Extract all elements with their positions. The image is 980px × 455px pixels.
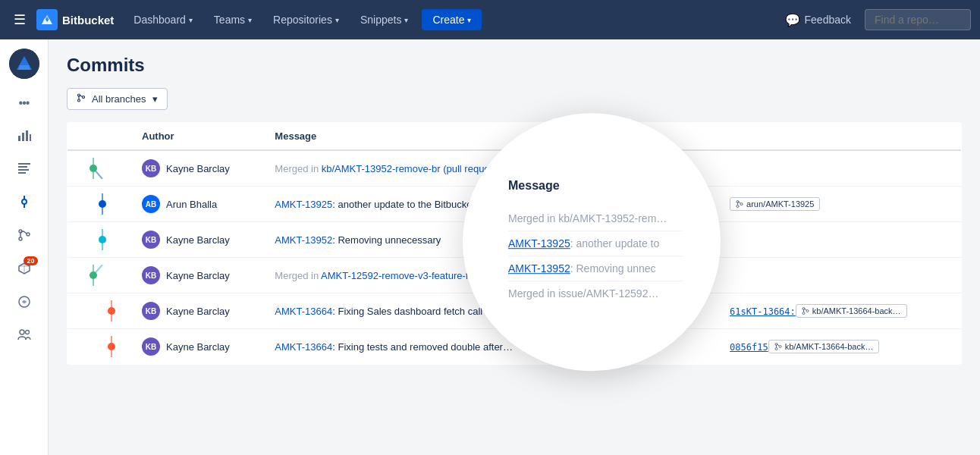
svg-rect-3 (26, 130, 28, 141)
author-cell: KB Kayne Barclay (131, 329, 264, 365)
branches-icon (17, 228, 31, 246)
hamburger-menu[interactable]: ☰ (9, 7, 30, 33)
feedback-button[interactable]: 💬 Feedback (777, 8, 859, 32)
commit-message-link[interactable]: kb/AMKT-13952-remove-br (322, 163, 441, 174)
feedback-icon: 💬 (785, 13, 800, 27)
svg-point-23 (90, 165, 97, 172)
author-name: Kayne Barclay (166, 234, 230, 246)
svg-point-39 (806, 310, 809, 312)
sidebar-item-settings[interactable] (9, 322, 39, 352)
source-icon (17, 162, 31, 179)
svg-point-31 (99, 236, 106, 243)
branch-header (719, 123, 961, 151)
graph-header (68, 123, 132, 151)
svg-point-28 (740, 203, 743, 206)
chevron-down-icon: ▾ (467, 16, 471, 24)
sidebar-item-pipelines[interactable] (9, 288, 39, 318)
commit-message-link[interactable]: AMKT-12592-remove-v3-feature-flag (321, 270, 482, 281)
sidebar-item-branches[interactable] (9, 221, 39, 252)
overlay-commit-link[interactable]: AMKT-13952 (508, 262, 570, 275)
commit-hash[interactable]: 0856f15 (730, 342, 768, 353)
svg-rect-1 (18, 136, 20, 141)
logo-text: Bitbucket (62, 14, 114, 27)
more-icon: ••• (19, 96, 30, 110)
deployments-badge: 20 (24, 256, 37, 265)
svg-rect-2 (22, 133, 24, 141)
commit-hash[interactable]: 61sKT-13664: (730, 306, 796, 317)
pipelines-icon (17, 295, 31, 312)
author-name: Arun Bhalla (166, 199, 217, 210)
svg-point-38 (803, 312, 805, 315)
stats-icon (17, 128, 31, 146)
svg-point-44 (775, 348, 777, 350)
sidebar-item-stats[interactable] (9, 121, 39, 152)
avatar[interactable] (9, 49, 39, 79)
author-cell: KB Kayne Barclay (131, 150, 264, 187)
overlay-header: Message (508, 179, 683, 193)
overlay-row: AMKT-13925: another update to (508, 231, 683, 256)
author-name: Kayne Barclay (166, 163, 230, 174)
svg-point-20 (83, 96, 85, 99)
svg-point-42 (108, 343, 115, 350)
commits-icon (17, 195, 31, 212)
chevron-down-icon: ▾ (404, 16, 408, 24)
branch-cell (719, 222, 961, 258)
author-cell: KB Kayne Barclay (131, 293, 264, 329)
branch-cell (719, 258, 961, 293)
branch-selector-button[interactable]: All branches ▾ (67, 88, 168, 110)
chevron-down-icon: ▾ (189, 16, 193, 24)
author-name: Kayne Barclay (166, 306, 230, 317)
graph-cell (68, 187, 132, 222)
nav-dashboard[interactable]: Dashboard ▾ (126, 9, 200, 30)
svg-point-9 (22, 199, 27, 204)
sidebar-item-commits[interactable] (9, 188, 39, 218)
svg-rect-8 (18, 172, 26, 174)
sidebar-item-more[interactable]: ••• (9, 88, 39, 118)
graph-cell (68, 329, 132, 365)
overlay-row: AMKT-13952: Removing unnec (508, 256, 683, 281)
author-cell: KB Kayne Barclay (131, 222, 264, 258)
commit-message-link[interactable]: AMKT-13925 (275, 199, 332, 210)
svg-point-19 (78, 99, 80, 102)
svg-point-25 (99, 200, 106, 208)
graph-cell (68, 293, 132, 329)
svg-point-16 (20, 330, 24, 334)
create-button[interactable]: Create ▾ (422, 9, 482, 30)
nav-snippets[interactable]: Snippets ▾ (353, 9, 416, 30)
branch-icon (77, 93, 86, 105)
sidebar-item-deployments[interactable]: 20 (9, 255, 39, 285)
branch-selector-label: All branches (92, 93, 146, 105)
branch-cell: 61sKT-13664: kb/AMKT-13664-back… (719, 293, 961, 329)
commit-message-link[interactable]: AMKT-13952 (275, 234, 332, 246)
chevron-down-icon: ▾ (335, 16, 339, 24)
sidebar-item-source[interactable] (9, 155, 39, 185)
svg-point-13 (19, 237, 22, 240)
svg-point-45 (779, 346, 781, 348)
commit-message-link[interactable]: AMKT-13664 (275, 341, 332, 353)
overlay-row: Merged in issue/AMKT-12592… (508, 281, 683, 306)
chevron-down-icon: ▾ (248, 16, 252, 24)
svg-rect-5 (18, 163, 30, 165)
svg-rect-4 (30, 134, 31, 141)
overlay-row: Merged in kb/AMKT-13952-rem… (508, 206, 683, 231)
chevron-down-icon: ▾ (152, 93, 158, 105)
branch-tag: kb/AMKT-13664-back… (768, 340, 880, 353)
graph-cell (68, 150, 132, 187)
svg-point-34 (90, 271, 97, 279)
repo-search-input[interactable] (865, 9, 971, 30)
overlay-commit-link[interactable]: AMKT-13925 (508, 237, 570, 249)
svg-rect-6 (18, 166, 27, 168)
nav-repositories[interactable]: Repositories ▾ (265, 9, 347, 30)
logo[interactable]: Bitbucket (36, 9, 114, 30)
svg-point-36 (108, 307, 115, 315)
author-cell: AB Arun Bhalla (131, 187, 264, 222)
graph-cell (68, 222, 132, 258)
graph-cell (68, 258, 132, 293)
sidebar: ••• (0, 39, 49, 455)
author-header: Author (131, 123, 264, 151)
commit-message-link[interactable]: AMKT-13664 (275, 306, 332, 317)
author-name: Kayne Barclay (166, 341, 230, 353)
app-layout: ••• (0, 39, 980, 455)
people-icon (17, 328, 31, 346)
nav-teams[interactable]: Teams ▾ (206, 9, 259, 30)
